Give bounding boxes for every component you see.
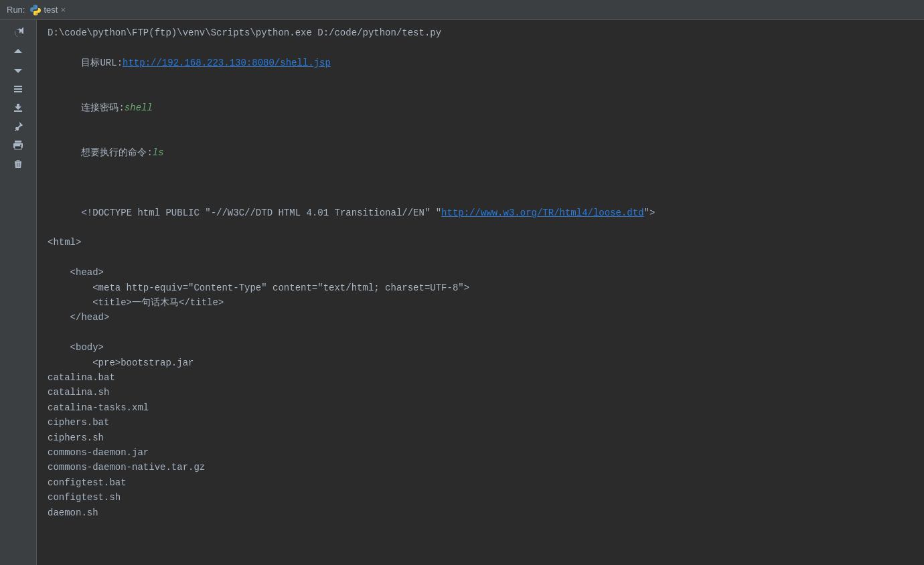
empty-line-1 bbox=[48, 175, 913, 190]
output-line-16: catalina.bat bbox=[48, 370, 913, 385]
run-label: Run: bbox=[7, 5, 25, 15]
command-label: 想要执行的命令: bbox=[81, 147, 152, 158]
output-line-3: 连接密码:shell bbox=[48, 86, 913, 131]
download-button[interactable] bbox=[11, 100, 25, 115]
tab-name: test bbox=[44, 5, 58, 15]
output-line-25: daemon.sh bbox=[48, 505, 913, 520]
top-bar: Run: test × bbox=[0, 0, 924, 20]
output-line-24: configtest.sh bbox=[48, 490, 913, 505]
svg-rect-4 bbox=[15, 141, 21, 143]
output-line-21: commons-daemon.jar bbox=[48, 445, 913, 460]
output-line-2: 目标URL:http://192.168.223.130:8080/shell.… bbox=[48, 40, 913, 85]
svg-rect-0 bbox=[14, 86, 22, 87]
output-line-19: ciphers.bat bbox=[48, 415, 913, 430]
output-line-10: <meta http-equiv="Content-Type" content=… bbox=[48, 280, 913, 295]
scroll-down-button[interactable] bbox=[11, 63, 25, 78]
output-line-4: 想要执行的命令:ls bbox=[48, 131, 913, 175]
svg-point-8 bbox=[20, 145, 21, 146]
doctype-suffix: "> bbox=[644, 208, 656, 218]
output-line-7: <html> bbox=[48, 235, 913, 250]
output-line-6: <!DOCTYPE html PUBLIC "-//W3C//DTD HTML … bbox=[48, 190, 913, 235]
password-label: 连接密码: bbox=[81, 102, 124, 113]
sidebar bbox=[0, 20, 37, 565]
print-button[interactable] bbox=[11, 138, 25, 153]
menu-button[interactable] bbox=[11, 82, 25, 96]
empty-line-2 bbox=[48, 250, 913, 265]
output-line-14: <body> bbox=[48, 340, 913, 355]
pin-button[interactable] bbox=[11, 119, 25, 134]
doctype-text: <!DOCTYPE html PUBLIC "-//W3C//DTD HTML … bbox=[81, 208, 441, 218]
empty-line-3 bbox=[48, 325, 913, 340]
output-line-11: <title>一句话木马</title> bbox=[48, 295, 913, 310]
svg-rect-1 bbox=[14, 88, 22, 90]
output-area[interactable]: D:\code\python\FTP(ftp)\venv\Scripts\pyt… bbox=[37, 20, 924, 565]
output-line-9: <head> bbox=[48, 265, 913, 280]
svg-rect-2 bbox=[14, 91, 22, 92]
python-icon bbox=[30, 5, 41, 15]
url-label: 目标URL: bbox=[81, 58, 123, 68]
command-value: ls bbox=[153, 147, 164, 158]
delete-button[interactable] bbox=[11, 157, 25, 171]
output-line-17: catalina.sh bbox=[48, 385, 913, 400]
output-line-18: catalina-tasks.xml bbox=[48, 400, 913, 415]
main-container: D:\code\python\FTP(ftp)\venv\Scripts\pyt… bbox=[0, 20, 924, 565]
tab-close-button[interactable]: × bbox=[60, 5, 66, 15]
password-value: shell bbox=[125, 102, 153, 113]
scroll-up-button[interactable] bbox=[11, 44, 25, 59]
output-line-23: configtest.bat bbox=[48, 475, 913, 490]
rerun-button[interactable] bbox=[11, 25, 25, 40]
svg-rect-6 bbox=[15, 146, 21, 149]
output-line-22: commons-daemon-native.tar.gz bbox=[48, 460, 913, 475]
output-line-1: D:\code\python\FTP(ftp)\venv\Scripts\pyt… bbox=[48, 25, 913, 40]
output-line-15: <pre>bootstrap.jar bbox=[48, 355, 913, 370]
svg-rect-3 bbox=[14, 110, 22, 112]
w3c-link[interactable]: http://www.w3.org/TR/html4/loose.dtd bbox=[441, 208, 643, 218]
output-line-12: </head> bbox=[48, 310, 913, 325]
url-link[interactable]: http://192.168.223.130:8080/shell.jsp bbox=[123, 58, 331, 68]
output-line-20: ciphers.sh bbox=[48, 430, 913, 445]
